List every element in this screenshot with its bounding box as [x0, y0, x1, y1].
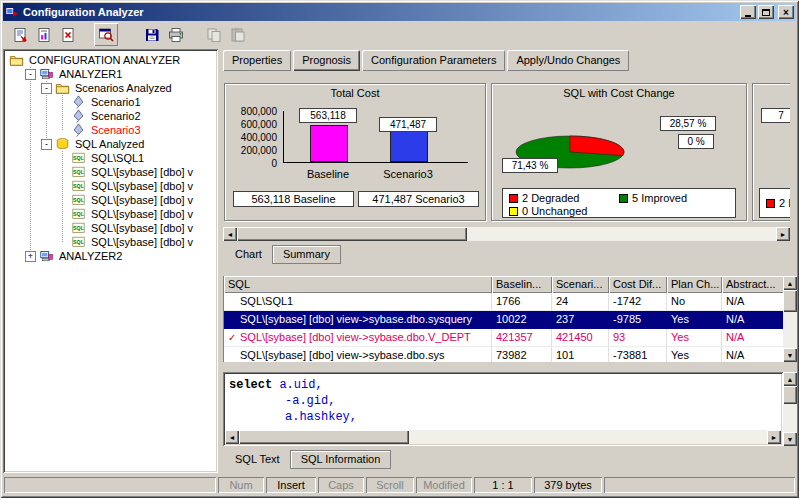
tree-item-sql[interactable]: SQL\[sybase] [dbo] v — [5, 235, 215, 249]
clipped-value-label: 7 — [761, 108, 790, 123]
copy-button — [202, 23, 226, 46]
scroll-right-button[interactable]: ► — [776, 227, 790, 241]
scroll-left-button[interactable]: ◄ — [225, 430, 239, 444]
tree-item-label: SQL\[sybase] [dbo] v — [89, 180, 195, 192]
degraded-pct-label: 28,57 % — [660, 116, 716, 131]
tree-item-sql[interactable]: SQL\[sybase] [dbo] v — [5, 221, 215, 235]
tree-item-scenario3[interactable]: Scenario3 — [5, 123, 215, 137]
chart-title: Total Cost — [225, 87, 485, 99]
tree-item-sql[interactable]: SQL\[sybase] [dbo] v — [5, 193, 215, 207]
scroll-left-button[interactable]: ◄ — [223, 227, 237, 241]
improved-legend-swatch — [619, 194, 628, 203]
save-button[interactable] — [140, 23, 164, 46]
scrollbar-thumb[interactable] — [237, 227, 467, 241]
baseline-bar — [310, 125, 348, 162]
tab-properties[interactable]: Properties — [223, 50, 291, 71]
paste-icon — [230, 27, 246, 43]
folder-icon — [55, 81, 70, 95]
tree-item-scenario2[interactable]: Scenario2 — [5, 109, 215, 123]
status-scroll-lock: Scroll — [366, 477, 414, 493]
column-header-baseline[interactable]: Baselin... — [492, 276, 552, 293]
baseline-value-label: 563,118 — [299, 108, 357, 123]
tab-chart[interactable]: Chart — [225, 246, 272, 263]
column-header-plan-change[interactable]: Plan Ch... — [667, 276, 722, 293]
new-analysis-button[interactable] — [8, 23, 32, 46]
scrollbar-thumb[interactable] — [783, 386, 797, 404]
collapse-icon[interactable]: - — [25, 69, 36, 80]
maximize-icon — [762, 9, 770, 16]
baseline-cell: 10022 — [492, 311, 552, 329]
tree-item-scenario1[interactable]: Scenario1 — [5, 95, 215, 109]
column-header-cost-difference[interactable]: Cost Dif... — [609, 276, 667, 293]
clipped-chart: 7 2 Degraded — [752, 83, 790, 221]
print-button[interactable] — [164, 23, 188, 46]
table-row[interactable]: SQL\SQL1 1766 24 -1742 No N/A — [224, 293, 783, 311]
tree-item-sql[interactable]: SQL\SQL1 — [5, 151, 215, 165]
sql-icon — [71, 221, 86, 235]
expand-icon[interactable]: + — [25, 251, 36, 262]
analysis-report-button[interactable] — [32, 23, 56, 46]
tree-item-label: Scenario1 — [89, 96, 143, 108]
main-tab-bar: Properties Prognosis Configuration Param… — [223, 50, 631, 71]
tree-item-scenarios-analyzed[interactable]: - Scenarios Analyzed — [5, 81, 215, 95]
analyzer-tree[interactable]: CONFIGURATION ANALYZER - ANALYZER1 - Sce… — [3, 49, 218, 473]
tree-item-sql[interactable]: SQL\[sybase] [dbo] v — [5, 165, 215, 179]
column-header-sql[interactable]: SQL — [224, 276, 492, 293]
scroll-down-button[interactable]: ▼ — [783, 432, 797, 446]
scrollbar-thumb[interactable] — [783, 290, 797, 312]
status-caps-lock: Caps — [318, 477, 364, 493]
window-title: Configuration Analyzer — [23, 6, 738, 18]
collapse-icon[interactable]: - — [41, 139, 52, 150]
copy-icon — [206, 27, 222, 43]
scroll-down-button[interactable]: ▼ — [783, 348, 797, 362]
tab-configuration-parameters[interactable]: Configuration Parameters — [362, 50, 505, 71]
collapse-icon[interactable]: - — [41, 83, 52, 94]
table-row-selected[interactable]: SQL\[sybase] [dbo] view->sybase.dbo.sysq… — [224, 311, 783, 329]
charts-horizontal-scrollbar[interactable]: ◄ ► — [223, 227, 790, 241]
tree-item-sql[interactable]: SQL\[sybase] [dbo] v — [5, 179, 215, 193]
table-row-flagged[interactable]: ✓SQL\[sybase] [dbo] view->sybase.dbo.V_D… — [224, 329, 783, 347]
tab-sql-text[interactable]: SQL Text — [225, 451, 290, 468]
tab-sql-information[interactable]: SQL Information — [290, 450, 392, 469]
sql-horizontal-scrollbar[interactable]: ◄ ► — [225, 430, 781, 444]
sql-cell: SQL\SQL1 — [240, 295, 293, 307]
tree-item-analyzer2[interactable]: + ANALYZER2 — [5, 249, 215, 263]
plan-change-cell: No — [667, 293, 722, 311]
scenario3-bar — [390, 131, 428, 162]
table-row[interactable]: SQL\[sybase] [dbo] view->sybase.dbo.sys … — [224, 347, 783, 362]
scenario-icon — [71, 123, 86, 137]
pie-slice-degraded — [570, 136, 624, 156]
results-table-header: SQL Baselin... Scenari... Cost Dif... Pl… — [224, 276, 783, 293]
sql-vertical-scrollbar[interactable]: ▲ ▼ — [783, 372, 797, 446]
maximize-button[interactable] — [758, 5, 774, 19]
inspect-button[interactable] — [94, 23, 118, 46]
delete-analysis-button[interactable] — [56, 23, 80, 46]
minimize-button[interactable] — [740, 5, 756, 19]
scroll-up-button[interactable]: ▲ — [783, 372, 797, 386]
column-header-scenario[interactable]: Scenari... — [552, 276, 609, 293]
tree-item-label: SQL\SQL1 — [89, 152, 146, 164]
tree-item-analyzer1[interactable]: - ANALYZER1 — [5, 67, 215, 81]
status-bar: Num Insert Caps Scroll Modified 1 : 1 37… — [3, 474, 796, 495]
y-tick: 400,000 — [229, 132, 277, 143]
analyzer-icon — [39, 67, 54, 81]
tree-item-sql[interactable]: SQL\[sybase] [dbo] v — [5, 207, 215, 221]
sql-cell: SQL\[sybase] [dbo] view->sybase.dbo.sysq… — [240, 313, 472, 325]
titlebar[interactable]: Configuration Analyzer × — [3, 3, 796, 21]
scrollbar-thumb[interactable] — [239, 430, 409, 444]
unchanged-legend-swatch — [509, 207, 518, 216]
tab-prognosis[interactable]: Prognosis — [293, 50, 360, 71]
table-vertical-scrollbar[interactable]: ▲ ▼ — [783, 276, 797, 362]
tab-apply-undo-changes[interactable]: Apply/Undo Changes — [507, 50, 629, 71]
column-header-abstract-plan[interactable]: Abstract... — [722, 276, 783, 293]
tree-item-configuration-analyzer[interactable]: CONFIGURATION ANALYZER — [5, 53, 215, 67]
toolbar — [3, 21, 796, 48]
tab-summary[interactable]: Summary — [272, 245, 341, 264]
baseline-cell: 421357 — [492, 329, 552, 347]
scroll-up-button[interactable]: ▲ — [783, 276, 797, 290]
close-button[interactable]: × — [778, 5, 794, 19]
tree-item-sql-analyzed[interactable]: - SQL Analyzed — [5, 137, 215, 151]
scenario3-value-label: 471,487 — [379, 117, 437, 132]
y-tick: 600,000 — [229, 119, 277, 130]
scroll-right-button[interactable]: ► — [767, 430, 781, 444]
